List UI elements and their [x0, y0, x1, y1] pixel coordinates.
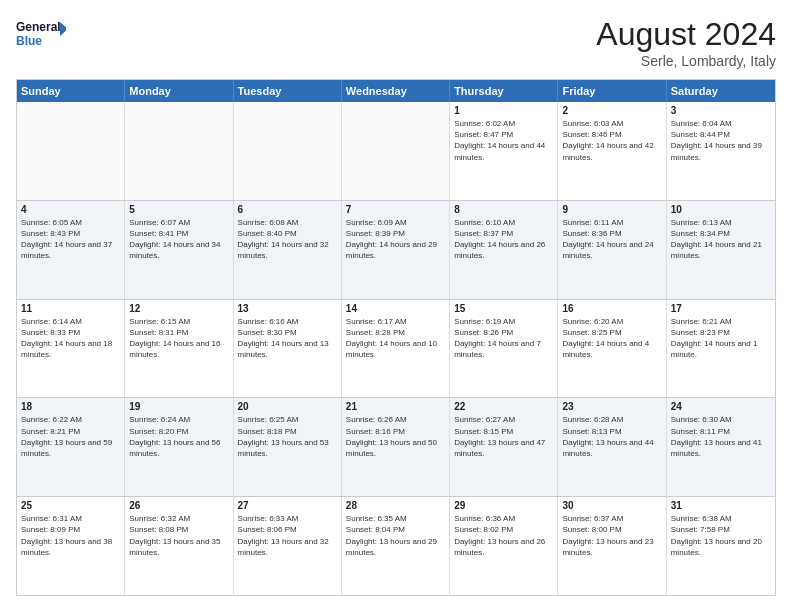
- cell-content: Sunrise: 6:30 AM Sunset: 8:11 PM Dayligh…: [671, 414, 771, 459]
- cal-cell: 16Sunrise: 6:20 AM Sunset: 8:25 PM Dayli…: [558, 300, 666, 398]
- cal-cell: 2Sunrise: 6:03 AM Sunset: 8:46 PM Daylig…: [558, 102, 666, 200]
- cell-content: Sunrise: 6:31 AM Sunset: 8:09 PM Dayligh…: [21, 513, 120, 558]
- day-number: 5: [129, 204, 228, 215]
- day-number: 10: [671, 204, 771, 215]
- cal-cell: 24Sunrise: 6:30 AM Sunset: 8:11 PM Dayli…: [667, 398, 775, 496]
- cell-content: Sunrise: 6:02 AM Sunset: 8:47 PM Dayligh…: [454, 118, 553, 163]
- day-number: 23: [562, 401, 661, 412]
- cal-cell: 31Sunrise: 6:38 AM Sunset: 7:58 PM Dayli…: [667, 497, 775, 595]
- day-number: 18: [21, 401, 120, 412]
- logo-svg: General Blue: [16, 16, 66, 52]
- day-number: 25: [21, 500, 120, 511]
- cal-cell: 20Sunrise: 6:25 AM Sunset: 8:18 PM Dayli…: [234, 398, 342, 496]
- day-number: 20: [238, 401, 337, 412]
- cell-content: Sunrise: 6:37 AM Sunset: 8:00 PM Dayligh…: [562, 513, 661, 558]
- cal-cell: 13Sunrise: 6:16 AM Sunset: 8:30 PM Dayli…: [234, 300, 342, 398]
- day-number: 1: [454, 105, 553, 116]
- day-number: 29: [454, 500, 553, 511]
- calendar: SundayMondayTuesdayWednesdayThursdayFrid…: [16, 79, 776, 596]
- cal-cell: 12Sunrise: 6:15 AM Sunset: 8:31 PM Dayli…: [125, 300, 233, 398]
- cal-cell: 3Sunrise: 6:04 AM Sunset: 8:44 PM Daylig…: [667, 102, 775, 200]
- cal-cell: 14Sunrise: 6:17 AM Sunset: 8:28 PM Dayli…: [342, 300, 450, 398]
- day-number: 3: [671, 105, 771, 116]
- cell-content: Sunrise: 6:32 AM Sunset: 8:08 PM Dayligh…: [129, 513, 228, 558]
- cell-content: Sunrise: 6:14 AM Sunset: 8:33 PM Dayligh…: [21, 316, 120, 361]
- cal-header-cell: Friday: [558, 80, 666, 102]
- cell-content: Sunrise: 6:21 AM Sunset: 8:23 PM Dayligh…: [671, 316, 771, 361]
- cell-content: Sunrise: 6:17 AM Sunset: 8:28 PM Dayligh…: [346, 316, 445, 361]
- calendar-header-row: SundayMondayTuesdayWednesdayThursdayFrid…: [17, 80, 775, 102]
- cal-cell: 25Sunrise: 6:31 AM Sunset: 8:09 PM Dayli…: [17, 497, 125, 595]
- cal-cell: 17Sunrise: 6:21 AM Sunset: 8:23 PM Dayli…: [667, 300, 775, 398]
- cell-content: Sunrise: 6:03 AM Sunset: 8:46 PM Dayligh…: [562, 118, 661, 163]
- day-number: 14: [346, 303, 445, 314]
- cal-cell: 8Sunrise: 6:10 AM Sunset: 8:37 PM Daylig…: [450, 201, 558, 299]
- cal-cell: 15Sunrise: 6:19 AM Sunset: 8:26 PM Dayli…: [450, 300, 558, 398]
- day-number: 11: [21, 303, 120, 314]
- cal-header-cell: Monday: [125, 80, 233, 102]
- day-number: 6: [238, 204, 337, 215]
- cell-content: Sunrise: 6:24 AM Sunset: 8:20 PM Dayligh…: [129, 414, 228, 459]
- cell-content: Sunrise: 6:38 AM Sunset: 7:58 PM Dayligh…: [671, 513, 771, 558]
- day-number: 15: [454, 303, 553, 314]
- cal-row: 18Sunrise: 6:22 AM Sunset: 8:21 PM Dayli…: [17, 398, 775, 497]
- calendar-body: 1Sunrise: 6:02 AM Sunset: 8:47 PM Daylig…: [17, 102, 775, 595]
- cell-content: Sunrise: 6:25 AM Sunset: 8:18 PM Dayligh…: [238, 414, 337, 459]
- cal-cell: [342, 102, 450, 200]
- cal-cell: 29Sunrise: 6:36 AM Sunset: 8:02 PM Dayli…: [450, 497, 558, 595]
- cal-header-cell: Tuesday: [234, 80, 342, 102]
- cell-content: Sunrise: 6:04 AM Sunset: 8:44 PM Dayligh…: [671, 118, 771, 163]
- day-number: 8: [454, 204, 553, 215]
- cell-content: Sunrise: 6:33 AM Sunset: 8:06 PM Dayligh…: [238, 513, 337, 558]
- day-number: 28: [346, 500, 445, 511]
- cal-row: 4Sunrise: 6:05 AM Sunset: 8:43 PM Daylig…: [17, 201, 775, 300]
- cal-cell: 23Sunrise: 6:28 AM Sunset: 8:13 PM Dayli…: [558, 398, 666, 496]
- cell-content: Sunrise: 6:20 AM Sunset: 8:25 PM Dayligh…: [562, 316, 661, 361]
- day-number: 19: [129, 401, 228, 412]
- cal-cell: [17, 102, 125, 200]
- day-number: 17: [671, 303, 771, 314]
- cal-cell: 27Sunrise: 6:33 AM Sunset: 8:06 PM Dayli…: [234, 497, 342, 595]
- cell-content: Sunrise: 6:16 AM Sunset: 8:30 PM Dayligh…: [238, 316, 337, 361]
- cell-content: Sunrise: 6:35 AM Sunset: 8:04 PM Dayligh…: [346, 513, 445, 558]
- cell-content: Sunrise: 6:15 AM Sunset: 8:31 PM Dayligh…: [129, 316, 228, 361]
- day-number: 27: [238, 500, 337, 511]
- cal-header-cell: Saturday: [667, 80, 775, 102]
- cell-content: Sunrise: 6:08 AM Sunset: 8:40 PM Dayligh…: [238, 217, 337, 262]
- header: General Blue August 2024 Serle, Lombardy…: [16, 16, 776, 69]
- cal-cell: [125, 102, 233, 200]
- cell-content: Sunrise: 6:22 AM Sunset: 8:21 PM Dayligh…: [21, 414, 120, 459]
- cell-content: Sunrise: 6:26 AM Sunset: 8:16 PM Dayligh…: [346, 414, 445, 459]
- cal-cell: 21Sunrise: 6:26 AM Sunset: 8:16 PM Dayli…: [342, 398, 450, 496]
- cell-content: Sunrise: 6:27 AM Sunset: 8:15 PM Dayligh…: [454, 414, 553, 459]
- svg-text:General: General: [16, 20, 61, 34]
- cal-row: 1Sunrise: 6:02 AM Sunset: 8:47 PM Daylig…: [17, 102, 775, 201]
- day-number: 4: [21, 204, 120, 215]
- cal-cell: 1Sunrise: 6:02 AM Sunset: 8:47 PM Daylig…: [450, 102, 558, 200]
- cell-content: Sunrise: 6:07 AM Sunset: 8:41 PM Dayligh…: [129, 217, 228, 262]
- logo: General Blue: [16, 16, 66, 52]
- cal-header-cell: Sunday: [17, 80, 125, 102]
- cal-cell: 26Sunrise: 6:32 AM Sunset: 8:08 PM Dayli…: [125, 497, 233, 595]
- day-number: 21: [346, 401, 445, 412]
- title-block: August 2024 Serle, Lombardy, Italy: [596, 16, 776, 69]
- cal-cell: 6Sunrise: 6:08 AM Sunset: 8:40 PM Daylig…: [234, 201, 342, 299]
- cell-content: Sunrise: 6:19 AM Sunset: 8:26 PM Dayligh…: [454, 316, 553, 361]
- day-number: 22: [454, 401, 553, 412]
- cal-cell: 28Sunrise: 6:35 AM Sunset: 8:04 PM Dayli…: [342, 497, 450, 595]
- cell-content: Sunrise: 6:28 AM Sunset: 8:13 PM Dayligh…: [562, 414, 661, 459]
- cal-cell: 4Sunrise: 6:05 AM Sunset: 8:43 PM Daylig…: [17, 201, 125, 299]
- cal-cell: 30Sunrise: 6:37 AM Sunset: 8:00 PM Dayli…: [558, 497, 666, 595]
- cell-content: Sunrise: 6:09 AM Sunset: 8:39 PM Dayligh…: [346, 217, 445, 262]
- day-number: 31: [671, 500, 771, 511]
- cal-header-cell: Wednesday: [342, 80, 450, 102]
- main-title: August 2024: [596, 16, 776, 53]
- day-number: 7: [346, 204, 445, 215]
- day-number: 9: [562, 204, 661, 215]
- cal-cell: 10Sunrise: 6:13 AM Sunset: 8:34 PM Dayli…: [667, 201, 775, 299]
- cal-row: 25Sunrise: 6:31 AM Sunset: 8:09 PM Dayli…: [17, 497, 775, 595]
- cal-header-cell: Thursday: [450, 80, 558, 102]
- day-number: 30: [562, 500, 661, 511]
- day-number: 13: [238, 303, 337, 314]
- page: General Blue August 2024 Serle, Lombardy…: [0, 0, 792, 612]
